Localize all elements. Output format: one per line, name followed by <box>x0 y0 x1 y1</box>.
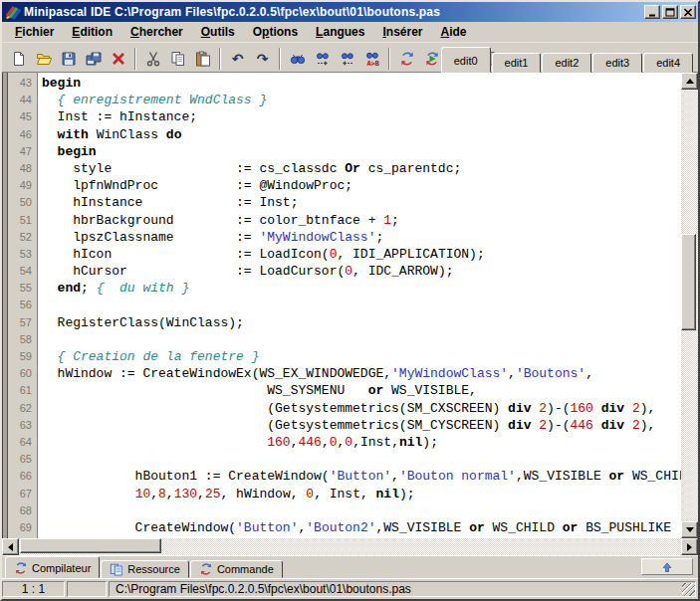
save-all-button[interactable] <box>81 47 106 71</box>
replace-icon: A>B <box>364 51 380 67</box>
redo-icon: ↷ <box>255 51 271 67</box>
line-number: 57 <box>8 314 37 331</box>
line-number-gutter: 4344454647484950515253545556575859606162… <box>8 73 38 538</box>
menu-aide[interactable]: Aide <box>432 23 476 41</box>
maximize-button[interactable] <box>662 5 678 19</box>
panel-tab-ressource[interactable]: Ressource <box>101 560 189 578</box>
code-line-60: hWindow := CreateWindowEx(WS_EX_WINDOWED… <box>42 365 681 382</box>
line-number: 65 <box>8 451 37 468</box>
line-number: 66 <box>8 468 37 485</box>
menu-chercher[interactable]: Chercher <box>121 23 192 41</box>
horizontal-scroll-thumb[interactable] <box>20 538 161 553</box>
code-line-65 <box>42 451 681 468</box>
code-line-43: begin <box>42 75 681 92</box>
code-line-62: (Getsystemmetrics(SM_CXSCREEN) div 2)-(1… <box>42 400 681 417</box>
toolbar-separator <box>134 48 136 70</box>
find-button[interactable] <box>285 47 310 71</box>
compile-button[interactable] <box>394 47 419 71</box>
resource-icon <box>110 562 123 576</box>
code-line-47: begin <box>42 143 681 160</box>
panel-tab-label: Commande <box>217 563 274 575</box>
panel-up-icon <box>661 561 673 573</box>
find-previous-icon <box>340 51 355 67</box>
code-line-49: lpfnWndProc := @WindowProc; <box>42 177 681 194</box>
vertical-scrollbar[interactable] <box>681 73 698 538</box>
menu-options[interactable]: Options <box>244 23 307 41</box>
vertical-scroll-track[interactable] <box>681 90 698 521</box>
undo-icon: ↶ <box>230 51 246 67</box>
code-line-52: lpszClassname := 'MyWindowClass'; <box>42 229 681 246</box>
code-line-58 <box>42 331 681 348</box>
new-file-button[interactable] <box>6 47 31 71</box>
panel-tab-compilateur[interactable]: Compilateur <box>5 556 100 578</box>
panel-raise-button[interactable] <box>641 558 693 575</box>
menu-insrer[interactable]: Insérer <box>373 23 431 41</box>
tab-edit4[interactable]: edit4 <box>643 53 693 73</box>
panel-tab-label: Compilateur <box>32 562 91 574</box>
file-path-text: C:\Program Files\fpc.0.2.0.5\fpc\ex\bout… <box>116 582 411 596</box>
minimize-button[interactable] <box>644 5 660 19</box>
replace-button[interactable]: A>B <box>359 47 384 71</box>
copy-button[interactable] <box>165 47 190 71</box>
resize-grip[interactable] <box>682 583 695 596</box>
scroll-down-button[interactable] <box>681 521 698 538</box>
line-number: 55 <box>8 280 37 297</box>
menu-langues[interactable]: Langues <box>307 23 373 41</box>
code-line-61: WS_SYSMENU or WS_VISIBLE, <box>42 382 681 399</box>
line-number: 46 <box>8 126 37 143</box>
code-line-55: end; { du with } <box>42 280 681 297</box>
line-number: 50 <box>8 194 37 211</box>
command-icon <box>199 562 213 576</box>
open-folder-icon <box>36 51 52 67</box>
toolbar: ↶↷A>B edit0edit1edit2edit3edit4 <box>2 43 698 73</box>
compile-icon <box>14 561 28 575</box>
code-line-67: 10,8,130,25, hWindow, 0, Inst, nil); <box>42 486 681 502</box>
tab-edit2[interactable]: edit2 <box>542 53 591 73</box>
code-line-46: with WinClass do <box>42 126 681 143</box>
status-file-path: C:\Program Files\fpc.0.2.0.5\fpc\ex\bout… <box>109 581 696 597</box>
panel-tab-label: Ressource <box>127 563 180 575</box>
toolbar-separator <box>219 48 221 70</box>
vertical-scroll-thumb[interactable] <box>681 234 696 330</box>
paste-button[interactable] <box>190 47 215 71</box>
undo-button[interactable]: ↶ <box>225 47 250 71</box>
horizontal-scrollbar[interactable] <box>2 538 698 555</box>
open-folder-button[interactable] <box>31 47 56 71</box>
line-number: 61 <box>8 382 37 399</box>
app-window: Minipascal IDE C:\Program Files\fpc.0.2.… <box>0 0 700 601</box>
tab-edit3[interactable]: edit3 <box>592 53 642 73</box>
cut-button[interactable] <box>140 47 165 71</box>
delete-button[interactable] <box>106 47 130 71</box>
window-title: Minipascal IDE C:\Program Files\fpc.0.2.… <box>24 5 644 19</box>
code-editor: 4344454647484950515253545556575859606162… <box>2 73 698 538</box>
compile-run-icon <box>424 51 440 67</box>
save-button[interactable] <box>56 47 81 71</box>
redo-button[interactable]: ↷ <box>250 47 275 71</box>
code-line-57: RegisterClass(WinClass); <box>42 314 681 331</box>
svg-text:A>B: A>B <box>366 59 379 66</box>
line-number: 60 <box>8 365 37 382</box>
panel-tab-commande[interactable]: Commande <box>190 560 283 578</box>
find-previous-button[interactable] <box>335 47 359 71</box>
status-spare-panel <box>67 581 107 597</box>
code-line-50: hInstance := Inst; <box>42 194 681 211</box>
scroll-up-button[interactable] <box>681 73 698 90</box>
horizontal-scroll-track[interactable] <box>19 538 681 555</box>
line-number: 47 <box>8 143 37 160</box>
find-next-button[interactable] <box>310 47 335 71</box>
menu-edition[interactable]: Edition <box>63 23 121 41</box>
line-number: 44 <box>8 92 37 108</box>
scroll-right-button[interactable] <box>681 538 698 555</box>
code-area[interactable]: begin { enregistrement WndClass } Inst :… <box>38 73 681 538</box>
close-button[interactable] <box>680 5 696 19</box>
scroll-left-button[interactable] <box>2 538 19 555</box>
line-number: 62 <box>8 400 37 417</box>
delete-icon <box>111 51 126 67</box>
copy-icon <box>170 51 186 67</box>
tab-edit1[interactable]: edit1 <box>492 53 542 73</box>
line-number: 63 <box>8 417 37 434</box>
menu-outils[interactable]: Outils <box>192 23 244 41</box>
tab-edit0[interactable]: edit0 <box>441 47 491 73</box>
line-number: 69 <box>8 519 37 536</box>
menu-fichier[interactable]: Fichier <box>6 23 63 41</box>
